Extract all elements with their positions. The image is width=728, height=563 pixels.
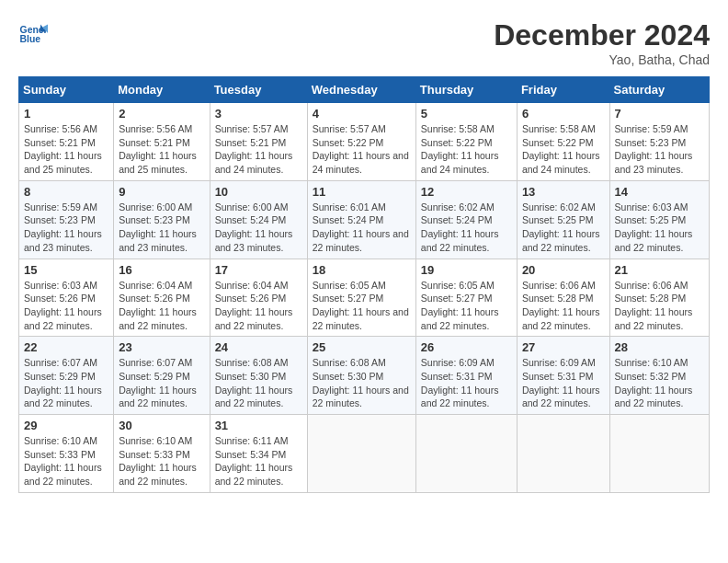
day-number: 7	[615, 107, 704, 121]
calendar-cell: 6 Sunrise: 5:58 AMSunset: 5:22 PMDayligh…	[517, 103, 609, 181]
calendar-cell: 11 Sunrise: 6:01 AMSunset: 5:24 PMDaylig…	[307, 180, 415, 259]
day-number: 8	[24, 185, 108, 199]
day-number: 6	[522, 107, 605, 121]
day-number: 22	[24, 340, 108, 354]
calendar-cell: 12 Sunrise: 6:02 AMSunset: 5:24 PMDaylig…	[415, 180, 517, 259]
day-number: 24	[215, 340, 302, 354]
day-info: Sunrise: 6:10 AMSunset: 5:32 PMDaylight:…	[615, 357, 693, 408]
calendar-cell	[609, 415, 709, 493]
day-number: 27	[522, 340, 605, 354]
day-number: 28	[615, 340, 704, 354]
logo-icon: General Blue	[18, 18, 48, 48]
day-number: 26	[421, 340, 512, 354]
day-number: 14	[615, 185, 704, 199]
day-info: Sunrise: 6:00 AMSunset: 5:24 PMDaylight:…	[215, 201, 293, 253]
calendar-cell: 21 Sunrise: 6:06 AMSunset: 5:28 PMDaylig…	[609, 259, 709, 337]
week-row: 29 Sunrise: 6:10 AMSunset: 5:33 PMDaylig…	[19, 415, 710, 493]
day-number: 3	[215, 107, 302, 121]
day-number: 2	[119, 107, 204, 121]
day-number: 31	[215, 419, 302, 432]
col-sunday: Sunday	[19, 77, 114, 103]
page-header: General Blue December 2024 Yao, Batha, C…	[18, 18, 710, 67]
day-number: 30	[119, 419, 204, 432]
day-info: Sunrise: 6:06 AMSunset: 5:28 PMDaylight:…	[522, 280, 600, 331]
col-saturday: Saturday	[609, 77, 709, 103]
col-wednesday: Wednesday	[307, 77, 415, 103]
calendar-cell: 28 Sunrise: 6:10 AMSunset: 5:32 PMDaylig…	[609, 337, 709, 415]
day-info: Sunrise: 6:09 AMSunset: 5:31 PMDaylight:…	[421, 357, 499, 408]
day-number: 18	[313, 263, 411, 277]
day-info: Sunrise: 6:00 AMSunset: 5:23 PMDaylight:…	[119, 201, 197, 253]
day-number: 13	[522, 185, 605, 199]
calendar-cell: 3 Sunrise: 5:57 AMSunset: 5:21 PMDayligh…	[210, 103, 307, 181]
calendar-cell: 25 Sunrise: 6:08 AMSunset: 5:30 PMDaylig…	[307, 337, 415, 415]
day-info: Sunrise: 6:02 AMSunset: 5:25 PMDaylight:…	[522, 201, 600, 253]
day-info: Sunrise: 6:03 AMSunset: 5:26 PMDaylight:…	[24, 280, 102, 331]
calendar-cell: 24 Sunrise: 6:08 AMSunset: 5:30 PMDaylig…	[210, 337, 307, 415]
calendar-cell: 9 Sunrise: 6:00 AMSunset: 5:23 PMDayligh…	[114, 180, 210, 259]
day-info: Sunrise: 6:01 AMSunset: 5:24 PMDaylight:…	[313, 201, 409, 253]
location: Yao, Batha, Chad	[494, 52, 710, 67]
day-info: Sunrise: 5:58 AMSunset: 5:22 PMDaylight:…	[421, 123, 499, 175]
calendar-cell: 22 Sunrise: 6:07 AMSunset: 5:29 PMDaylig…	[19, 337, 114, 415]
calendar-cell: 18 Sunrise: 6:05 AMSunset: 5:27 PMDaylig…	[307, 259, 415, 337]
day-info: Sunrise: 6:04 AMSunset: 5:26 PMDaylight:…	[119, 280, 197, 331]
calendar-cell: 19 Sunrise: 6:05 AMSunset: 5:27 PMDaylig…	[415, 259, 517, 337]
day-info: Sunrise: 5:56 AMSunset: 5:21 PMDaylight:…	[119, 123, 197, 175]
day-info: Sunrise: 5:57 AMSunset: 5:22 PMDaylight:…	[313, 123, 409, 175]
month-title: December 2024	[494, 18, 710, 52]
calendar-cell: 27 Sunrise: 6:09 AMSunset: 5:31 PMDaylig…	[517, 337, 609, 415]
day-info: Sunrise: 6:05 AMSunset: 5:27 PMDaylight:…	[421, 280, 499, 331]
day-info: Sunrise: 5:57 AMSunset: 5:21 PMDaylight:…	[215, 123, 293, 175]
calendar-cell: 23 Sunrise: 6:07 AMSunset: 5:29 PMDaylig…	[114, 337, 210, 415]
day-info: Sunrise: 6:02 AMSunset: 5:24 PMDaylight:…	[421, 201, 499, 253]
week-row: 1 Sunrise: 5:56 AMSunset: 5:21 PMDayligh…	[19, 103, 710, 181]
title-block: December 2024 Yao, Batha, Chad	[494, 18, 710, 67]
col-tuesday: Tuesday	[210, 77, 307, 103]
day-info: Sunrise: 6:10 AMSunset: 5:33 PMDaylight:…	[119, 435, 197, 487]
day-number: 12	[421, 185, 512, 199]
calendar-cell: 20 Sunrise: 6:06 AMSunset: 5:28 PMDaylig…	[517, 259, 609, 337]
day-number: 15	[24, 263, 108, 277]
col-thursday: Thursday	[415, 77, 517, 103]
calendar-cell: 2 Sunrise: 5:56 AMSunset: 5:21 PMDayligh…	[114, 103, 210, 181]
day-info: Sunrise: 5:59 AMSunset: 5:23 PMDaylight:…	[24, 201, 102, 253]
day-number: 5	[421, 107, 512, 121]
day-info: Sunrise: 5:58 AMSunset: 5:22 PMDaylight:…	[522, 123, 600, 175]
day-info: Sunrise: 6:09 AMSunset: 5:31 PMDaylight:…	[522, 357, 600, 408]
week-row: 15 Sunrise: 6:03 AMSunset: 5:26 PMDaylig…	[19, 259, 710, 337]
day-number: 25	[313, 340, 411, 354]
calendar-cell: 13 Sunrise: 6:02 AMSunset: 5:25 PMDaylig…	[517, 180, 609, 259]
day-info: Sunrise: 6:04 AMSunset: 5:26 PMDaylight:…	[215, 280, 293, 331]
day-info: Sunrise: 6:10 AMSunset: 5:33 PMDaylight:…	[24, 435, 102, 487]
day-info: Sunrise: 6:08 AMSunset: 5:30 PMDaylight:…	[313, 357, 409, 408]
calendar-cell: 15 Sunrise: 6:03 AMSunset: 5:26 PMDaylig…	[19, 259, 114, 337]
week-row: 8 Sunrise: 5:59 AMSunset: 5:23 PMDayligh…	[19, 180, 710, 259]
logo: General Blue	[18, 18, 48, 48]
calendar-cell: 17 Sunrise: 6:04 AMSunset: 5:26 PMDaylig…	[210, 259, 307, 337]
calendar-body: 1 Sunrise: 5:56 AMSunset: 5:21 PMDayligh…	[19, 103, 710, 493]
day-info: Sunrise: 6:05 AMSunset: 5:27 PMDaylight:…	[313, 280, 409, 331]
day-info: Sunrise: 5:59 AMSunset: 5:23 PMDaylight:…	[615, 123, 693, 175]
day-number: 29	[24, 419, 108, 432]
calendar-cell	[307, 415, 415, 493]
svg-text:Blue: Blue	[20, 34, 41, 44]
calendar-cell: 7 Sunrise: 5:59 AMSunset: 5:23 PMDayligh…	[609, 103, 709, 181]
day-info: Sunrise: 6:06 AMSunset: 5:28 PMDaylight:…	[615, 280, 693, 331]
day-number: 19	[421, 263, 512, 277]
day-info: Sunrise: 6:03 AMSunset: 5:25 PMDaylight:…	[615, 201, 693, 253]
day-number: 9	[119, 185, 204, 199]
calendar-cell: 26 Sunrise: 6:09 AMSunset: 5:31 PMDaylig…	[415, 337, 517, 415]
day-number: 11	[313, 185, 411, 199]
day-info: Sunrise: 5:56 AMSunset: 5:21 PMDaylight:…	[24, 123, 102, 175]
day-info: Sunrise: 6:07 AMSunset: 5:29 PMDaylight:…	[119, 357, 197, 408]
calendar-cell: 5 Sunrise: 5:58 AMSunset: 5:22 PMDayligh…	[415, 103, 517, 181]
day-info: Sunrise: 6:11 AMSunset: 5:34 PMDaylight:…	[215, 435, 293, 487]
calendar-cell	[415, 415, 517, 493]
calendar-cell: 31 Sunrise: 6:11 AMSunset: 5:34 PMDaylig…	[210, 415, 307, 493]
day-number: 23	[119, 340, 204, 354]
day-number: 4	[313, 107, 411, 121]
week-row: 22 Sunrise: 6:07 AMSunset: 5:29 PMDaylig…	[19, 337, 710, 415]
calendar-cell: 10 Sunrise: 6:00 AMSunset: 5:24 PMDaylig…	[210, 180, 307, 259]
day-number: 10	[215, 185, 302, 199]
